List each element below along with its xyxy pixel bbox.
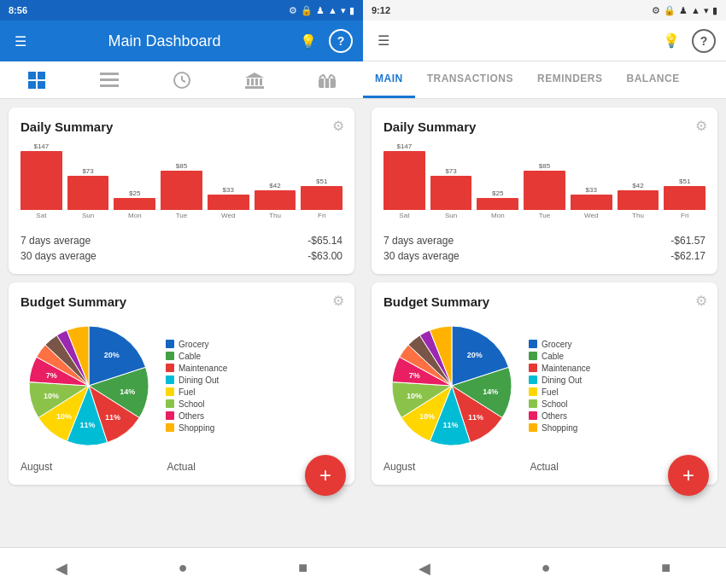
budget-gear-2[interactable]: ⚙ xyxy=(695,293,707,309)
bar-value: $51 xyxy=(679,178,690,185)
lock-icon: 🔒 xyxy=(301,5,313,16)
svg-rect-2 xyxy=(28,81,36,89)
bar-rect xyxy=(524,171,565,210)
budget-summary-card-1: Budget Summary ⚙ 20%14%11%11%10%10%7% Gr… xyxy=(9,282,354,485)
recent-btn-2[interactable]: ■ xyxy=(661,559,670,577)
home-btn-1[interactable]: ● xyxy=(179,559,188,577)
lightbulb-icon-2[interactable]: 💡 xyxy=(661,31,682,51)
avg7-row-2: 7 days average -$61.57 xyxy=(383,235,706,247)
bar-value: $42 xyxy=(632,182,643,189)
legend-label: Dining Out xyxy=(179,376,219,385)
avg7-val-1: -$65.14 xyxy=(307,235,343,247)
avg30-val-2: -$62.17 xyxy=(670,250,706,262)
tab-main[interactable]: MAIN xyxy=(363,61,415,98)
avg7-val-2: -$61.57 xyxy=(670,235,706,247)
content-2: Daily Summary ⚙ $147Sat$73Sun$25Mon$85Tu… xyxy=(363,99,726,547)
legend-label: Fuel xyxy=(542,387,558,397)
bar-col: $51Fri xyxy=(301,143,343,219)
svg-rect-3 xyxy=(38,81,45,89)
tab-balance[interactable]: BALANCE xyxy=(615,61,692,98)
bar-value: $147 xyxy=(396,143,412,150)
daily-gear-1[interactable]: ⚙ xyxy=(332,118,344,134)
svg-text:14%: 14% xyxy=(483,387,498,396)
avg30-row-2: 30 days average -$62.17 xyxy=(383,250,706,262)
legend-label: Cable xyxy=(542,352,564,361)
legend-dot xyxy=(529,423,537,432)
fab-2[interactable]: + xyxy=(668,455,709,496)
legend-label: Cable xyxy=(179,352,201,361)
legend-item: Maintenance xyxy=(166,364,227,373)
bar-value: $147 xyxy=(33,143,49,150)
avg7-row-1: 7 days average -$65.14 xyxy=(20,235,343,247)
legend-label: School xyxy=(179,399,205,409)
home-btn-2[interactable]: ● xyxy=(542,559,551,577)
bar-day-label: Mon xyxy=(491,212,505,219)
svg-rect-14 xyxy=(260,79,262,85)
help-icon-2[interactable]: ? xyxy=(692,29,716,53)
menu-icon-2[interactable]: ☰ xyxy=(373,31,394,51)
signal-icon-2: ▲ xyxy=(691,5,700,15)
wifi-icon-2: ▾ xyxy=(704,5,709,16)
bar-day-label: Sun xyxy=(82,212,94,219)
svg-rect-15 xyxy=(245,86,264,89)
fab-1[interactable]: + xyxy=(305,455,346,496)
tab-grid[interactable] xyxy=(20,63,54,97)
bar-value: $33 xyxy=(586,186,597,194)
budget-gear-1[interactable]: ⚙ xyxy=(332,293,344,309)
bar-col: $33Wed xyxy=(208,143,249,219)
bar-col: $33Wed xyxy=(571,143,612,219)
legend-dot xyxy=(529,376,537,384)
legend-label: Shopping xyxy=(179,423,214,433)
footer-actual-1: Actual xyxy=(167,461,195,473)
svg-text:20%: 20% xyxy=(467,351,483,359)
avg7-label-2: 7 days average xyxy=(383,235,454,247)
budget-title-2: Budget Summary xyxy=(383,294,706,309)
person-icon-2: ♟ xyxy=(679,5,688,16)
legend-dot xyxy=(166,387,174,396)
daily-summary-card-2: Daily Summary ⚙ $147Sat$73Sun$25Mon$85Tu… xyxy=(372,108,717,274)
status-time-2: 9:12 xyxy=(372,5,390,15)
tab-transactions[interactable]: TRANSACTIONS xyxy=(415,61,525,98)
card-footer-2: August Actual Budget xyxy=(383,461,706,473)
help-icon[interactable]: ? xyxy=(329,29,353,53)
avg7-label-1: 7 days average xyxy=(20,235,91,247)
pie-section-1: 20%14%11%11%10%10%7% GroceryCableMainten… xyxy=(20,317,343,454)
tab-basket[interactable] xyxy=(310,63,344,97)
bar-rect xyxy=(67,176,109,210)
legend-item: Others xyxy=(166,411,227,421)
bar-rect xyxy=(20,151,62,210)
pie-chart-2: 20%14%11%11%10%10%7% xyxy=(383,317,520,454)
bar-day-label: Fri xyxy=(318,212,325,219)
tab-reminders[interactable]: REMINDERS xyxy=(525,61,615,98)
tab-bank[interactable] xyxy=(237,63,272,97)
legend-item: Others xyxy=(529,411,590,421)
bars-2: $147Sat$73Sun$25Mon$85Tue$33Wed$42Thu$51… xyxy=(383,143,706,219)
tab-list[interactable] xyxy=(92,63,126,97)
back-btn-1[interactable]: ◀ xyxy=(56,559,67,578)
bar-rect xyxy=(664,186,706,210)
legend-item: Fuel xyxy=(166,387,227,397)
lightbulb-icon[interactable]: 💡 xyxy=(298,31,319,51)
bar-day-label: Tue xyxy=(176,212,188,219)
menu-icon[interactable]: ☰ xyxy=(10,31,31,51)
svg-text:10%: 10% xyxy=(44,392,59,400)
bar-day-label: Wed xyxy=(221,212,235,219)
bar-value: $85 xyxy=(539,162,550,170)
daily-gear-2[interactable]: ⚙ xyxy=(695,118,707,134)
avg30-label-2: 30 days average xyxy=(383,250,460,262)
svg-line-9 xyxy=(182,80,185,82)
back-btn-2[interactable]: ◀ xyxy=(419,559,430,578)
tab-clock[interactable] xyxy=(165,63,199,97)
bar-rect xyxy=(161,171,202,210)
svg-text:11%: 11% xyxy=(443,421,459,429)
legend-dot xyxy=(166,411,174,420)
bottom-nav-1: ◀ ● ■ xyxy=(0,547,363,588)
recent-btn-1[interactable]: ■ xyxy=(298,559,307,577)
bars-1: $147Sat$73Sun$25Mon$85Tue$33Wed$42Thu$51… xyxy=(20,143,343,219)
legend-2: GroceryCableMaintenanceDining OutFuelSch… xyxy=(529,340,590,433)
svg-rect-16 xyxy=(319,79,336,88)
svg-rect-1 xyxy=(38,72,45,79)
svg-text:10%: 10% xyxy=(56,412,72,421)
bar-rect xyxy=(383,151,425,210)
top-nav-1: ☰ Main Dashboard 💡 ? xyxy=(0,20,363,61)
